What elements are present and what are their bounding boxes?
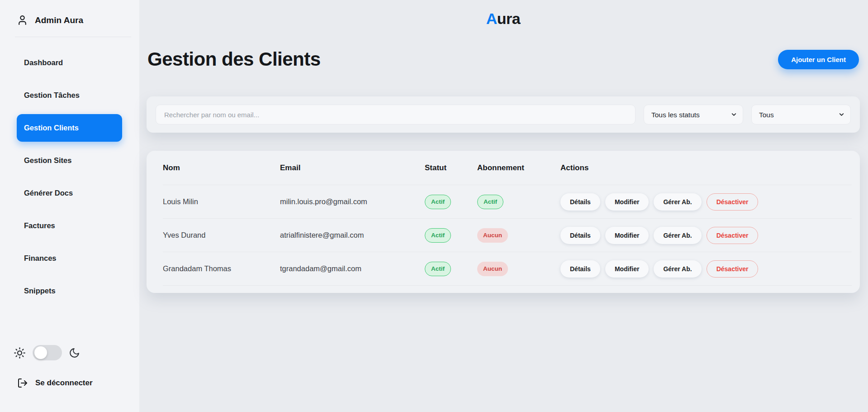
page-title: Gestion des Clients: [147, 48, 321, 70]
sidebar-item-factures[interactable]: Factures: [17, 212, 122, 240]
clients-table: Nom Email Statut Abonnement Actions Loui…: [147, 151, 860, 293]
sidebar-item-snippets[interactable]: Snippets: [17, 277, 122, 305]
client-email: milin.louis.pro@gmail.com: [280, 197, 425, 206]
sidebar-item-generer-docs[interactable]: Générer Docs: [17, 179, 122, 207]
search-input[interactable]: [156, 105, 636, 125]
modify-button[interactable]: Modifier: [605, 193, 649, 211]
subscription-filter-wrap: Tous: [751, 105, 851, 125]
column-header-statut: Statut: [425, 163, 477, 172]
client-email: tgrandadam@gmail.com: [280, 264, 425, 273]
client-name: Louis Milin: [163, 197, 280, 206]
client-name: Yves Durand: [163, 231, 280, 240]
column-header-email: Email: [280, 163, 425, 172]
status-badge: Actif: [425, 262, 451, 276]
subscription-badge: Actif: [477, 195, 503, 209]
sidebar-item-finances[interactable]: Finances: [17, 244, 122, 272]
theme-toggle[interactable]: [33, 345, 62, 360]
manage-subscription-button[interactable]: Gérer Ab.: [654, 260, 701, 278]
deactivate-button[interactable]: Désactiver: [707, 193, 759, 211]
aura-logo: Aura: [486, 10, 520, 27]
logo-accent-letter: A: [486, 10, 497, 27]
theme-switcher: [14, 345, 139, 360]
column-header-actions: Actions: [560, 163, 844, 172]
main-content: Aura Gestion des Clients Ajouter un Clie…: [139, 0, 868, 412]
status-badge: Actif: [425, 228, 451, 243]
sidebar-bottom: Se déconnecter: [0, 345, 139, 412]
modify-button[interactable]: Modifier: [605, 260, 649, 278]
details-button[interactable]: Détails: [560, 227, 600, 244]
top-logo-bar: Aura: [147, 0, 860, 28]
deactivate-button[interactable]: Désactiver: [707, 260, 759, 278]
manage-subscription-button[interactable]: Gérer Ab.: [654, 227, 701, 244]
sidebar-item-gestion-sites[interactable]: Gestion Sites: [17, 147, 122, 174]
row-actions: Détails Modifier Gérer Ab. Désactiver: [560, 193, 844, 211]
toggle-knob: [34, 346, 47, 359]
client-name: Grandadam Thomas: [163, 264, 280, 273]
add-client-button[interactable]: Ajouter un Client: [778, 50, 859, 69]
table-row: Grandadam Thomas tgrandadam@gmail.com Ac…: [163, 252, 852, 286]
client-email: atrialfinistere@gmail.com: [280, 231, 425, 240]
sidebar-item-dashboard[interactable]: Dashboard: [17, 49, 122, 77]
table-row: Louis Milin milin.louis.pro@gmail.com Ac…: [163, 185, 852, 219]
logout-label: Se déconnecter: [35, 378, 93, 388]
filter-bar: Tous les statuts Tous: [147, 96, 860, 133]
modify-button[interactable]: Modifier: [605, 227, 649, 244]
manage-subscription-button[interactable]: Gérer Ab.: [654, 193, 701, 211]
status-filter-select[interactable]: Tous les statuts: [644, 105, 743, 125]
row-actions: Détails Modifier Gérer Ab. Désactiver: [560, 227, 844, 244]
subscription-filter-select[interactable]: Tous: [751, 105, 851, 125]
logout-button[interactable]: Se déconnecter: [14, 378, 139, 388]
status-filter-wrap: Tous les statuts: [644, 105, 743, 125]
moon-icon: [69, 347, 80, 359]
sidebar: Admin Aura Dashboard Gestion Tâches Gest…: [0, 0, 139, 412]
logo-rest: ura: [497, 10, 520, 27]
table-header-row: Nom Email Statut Abonnement Actions: [163, 151, 852, 185]
sidebar-nav: Dashboard Gestion Tâches Gestion Clients…: [0, 37, 139, 305]
sidebar-item-gestion-clients[interactable]: Gestion Clients: [17, 114, 122, 142]
logout-icon: [17, 378, 28, 388]
details-button[interactable]: Détails: [560, 193, 600, 211]
column-header-abonnement: Abonnement: [477, 163, 560, 172]
sidebar-item-gestion-taches[interactable]: Gestion Tâches: [17, 81, 122, 109]
subscription-badge: Aucun: [477, 228, 508, 243]
column-header-nom: Nom: [163, 163, 280, 172]
table-row: Yves Durand atrialfinistere@gmail.com Ac…: [163, 219, 852, 252]
page-header: Gestion des Clients Ajouter un Client: [147, 48, 860, 70]
row-actions: Détails Modifier Gérer Ab. Désactiver: [560, 260, 844, 278]
details-button[interactable]: Détails: [560, 260, 600, 278]
subscription-badge: Aucun: [477, 262, 508, 276]
status-badge: Actif: [425, 195, 451, 209]
deactivate-button[interactable]: Désactiver: [707, 227, 759, 244]
brand-label: Admin Aura: [35, 15, 83, 25]
user-icon: [17, 14, 28, 26]
sun-icon: [14, 347, 26, 359]
brand: Admin Aura: [0, 0, 139, 37]
